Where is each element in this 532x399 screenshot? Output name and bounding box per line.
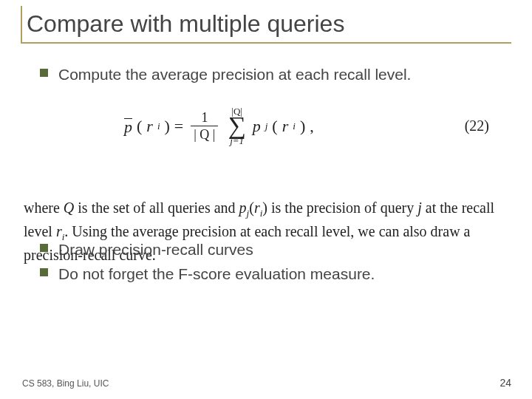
sub-i: i	[293, 120, 296, 132]
close-paren: )	[165, 117, 170, 136]
open-paren: (	[272, 117, 277, 136]
bullet-item: Compute the average precision at each re…	[40, 64, 511, 84]
fraction: 1 | Q |	[191, 111, 218, 141]
bullet-icon	[40, 244, 48, 252]
slide: Compare with multiple queries Compute th…	[0, 0, 532, 399]
var-r: r	[146, 117, 153, 136]
explain-word: is the set of all queries and	[74, 200, 239, 216]
pbar: p	[124, 118, 132, 134]
equation-block: p (ri) = 1 | Q | |Q| ∑ j=1 pj (ri), (22)	[21, 106, 511, 146]
bullet-text: Draw precision-recall curves	[58, 239, 253, 259]
lower-bullets-group: Draw precision-recall curves Do not forg…	[21, 239, 511, 284]
sum-lower: j=1	[230, 136, 244, 146]
open-paren: (	[249, 200, 254, 216]
bullet-icon	[40, 268, 48, 276]
var-Q: Q	[64, 200, 74, 216]
explain-word: is the precision of query	[267, 200, 417, 216]
sub-j: j	[265, 120, 268, 132]
slide-title: Compare with multiple queries	[21, 6, 511, 44]
var-r: r	[254, 200, 260, 216]
equals: =	[174, 117, 183, 136]
bullet-text: Compute the average precision at each re…	[58, 64, 411, 84]
sub-i: i	[157, 120, 160, 132]
bullet-item: Draw precision-recall curves	[40, 239, 511, 259]
bullet-icon	[40, 69, 48, 77]
bullet-text: Do not forget the F-score evaluation mea…	[58, 264, 375, 284]
footer: CS 583, Bing Liu, UIC 24	[22, 377, 511, 389]
sigma-icon: ∑	[228, 115, 245, 137]
close-paren: )	[300, 117, 305, 136]
var-p: p	[253, 117, 261, 136]
close-paren: )	[262, 200, 267, 216]
explain-word: where	[24, 200, 64, 216]
open-paren: (	[137, 117, 142, 136]
equation-lhs: p (ri) = 1 | Q | |Q| ∑ j=1 pj (ri),	[124, 106, 314, 146]
bullet-item: Do not forget the F-score evaluation mea…	[40, 264, 511, 284]
var-r: r	[282, 117, 289, 136]
var-r: r	[56, 223, 62, 239]
page-number: 24	[499, 377, 511, 389]
comma: ,	[310, 117, 314, 136]
fraction-num: 1	[198, 111, 211, 126]
fraction-den: | Q |	[191, 126, 218, 141]
equation-number: (22)	[465, 117, 489, 134]
var-p: p	[239, 200, 247, 216]
footer-course: CS 583, Bing Liu, UIC	[22, 378, 109, 389]
summation: |Q| ∑ j=1	[228, 106, 245, 146]
